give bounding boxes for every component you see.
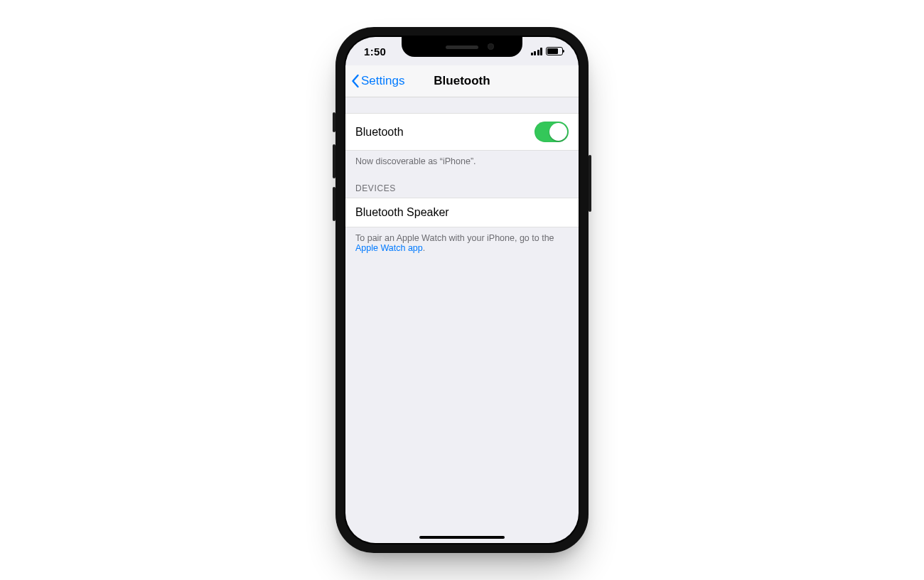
pair-footer-prefix: To pair an Apple Watch with your iPhone,… <box>355 233 554 243</box>
battery-icon <box>546 47 563 55</box>
back-label: Settings <box>361 74 404 88</box>
pair-watch-footer: To pair an Apple Watch with your iPhone,… <box>345 227 579 257</box>
earpiece-speaker <box>446 45 478 49</box>
bluetooth-toggle-cell: Bluetooth <box>345 113 579 151</box>
chevron-left-icon <box>351 74 360 88</box>
home-indicator[interactable] <box>419 536 505 539</box>
screen: 1:50 <box>345 37 579 543</box>
status-time: 1:50 <box>364 45 386 58</box>
side-button <box>589 155 591 212</box>
mute-switch <box>333 112 335 132</box>
volume-up-btn <box>333 144 335 178</box>
nav-bar: Settings Bluetooth <box>345 65 579 97</box>
cellular-signal-icon <box>531 48 543 55</box>
devices-section-header: DEVICES <box>345 171 579 198</box>
apple-watch-app-link[interactable]: Apple Watch app <box>355 243 423 253</box>
back-button[interactable]: Settings <box>351 65 404 97</box>
device-name: Bluetooth Speaker <box>355 206 449 219</box>
iphone-frame: 1:50 <box>335 27 589 553</box>
device-row[interactable]: Bluetooth Speaker <box>345 198 579 227</box>
front-camera <box>488 43 494 50</box>
pair-footer-suffix: . <box>423 243 425 253</box>
bluetooth-toggle[interactable] <box>534 122 569 142</box>
settings-content: Bluetooth Now discoverable as “iPhone”. … <box>345 97 579 257</box>
volume-down-btn <box>333 187 335 221</box>
notch <box>402 37 522 57</box>
discoverable-status: Now discoverable as “iPhone”. <box>345 151 579 171</box>
bluetooth-label: Bluetooth <box>355 126 404 139</box>
page-title: Bluetooth <box>434 74 490 88</box>
